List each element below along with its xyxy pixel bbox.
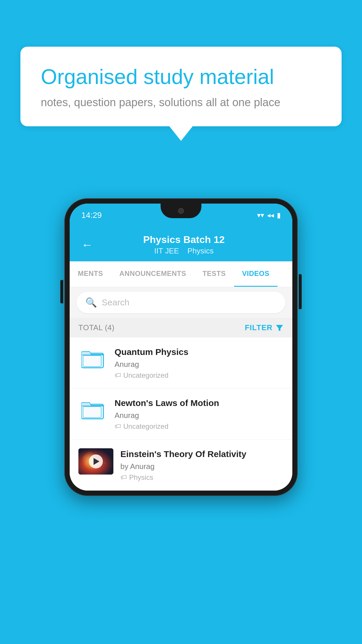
search-icon: 🔍	[85, 297, 97, 308]
video-author: Anurag	[115, 360, 284, 369]
tab-tests[interactable]: TESTS	[194, 261, 234, 287]
video-author: Anurag	[115, 411, 284, 420]
video-author: by Anurag	[120, 462, 284, 471]
filter-button[interactable]: FILTER	[245, 323, 284, 332]
header-title: Physics Batch 12	[102, 234, 266, 245]
tag-icon: 🏷	[120, 474, 127, 481]
notch	[161, 204, 201, 218]
subtitle-part2: Physics	[187, 246, 214, 255]
wifi-icon: ▾▾	[257, 211, 264, 219]
filter-bar: TOTAL (4) FILTER	[70, 318, 292, 337]
svg-rect-2	[83, 356, 101, 367]
video-tag: 🏷 Physics	[120, 473, 284, 482]
status-icons: ▾▾ ◂◂ ▮	[257, 211, 281, 219]
app-header: ← Physics Batch 12 IIT JEE Physics	[70, 227, 292, 261]
back-button[interactable]: ←	[81, 238, 93, 251]
play-button[interactable]	[89, 454, 103, 468]
speech-bubble-section: Organised study material notes, question…	[20, 47, 342, 141]
speech-bubble-arrow	[169, 126, 193, 141]
speech-bubble-subtitle: notes, question papers, solutions all at…	[41, 96, 321, 109]
video-info: Newton's Laws of Motion Anurag 🏷 Uncateg…	[115, 397, 284, 430]
video-info: Quantum Physics Anurag 🏷 Uncategorized	[115, 346, 284, 379]
video-title: Quantum Physics	[115, 346, 284, 358]
speech-bubble-card: Organised study material notes, question…	[20, 47, 342, 126]
video-title: Einstein's Theory Of Relativity	[120, 448, 284, 460]
tabs-bar: MENTS ANNOUNCEMENTS TESTS VIDEOS	[70, 261, 292, 287]
folder-svg-icon	[81, 349, 105, 370]
svg-rect-4	[83, 407, 101, 418]
filter-funnel-icon	[275, 324, 284, 332]
folder-icon	[78, 397, 108, 424]
tab-videos[interactable]: VIDEOS	[234, 261, 278, 287]
signal-icon: ◂◂	[267, 211, 274, 219]
list-item[interactable]: Einstein's Theory Of Relativity by Anura…	[70, 440, 292, 491]
video-tag: 🏷 Uncategorized	[115, 371, 284, 379]
header-title-group: Physics Batch 12 IIT JEE Physics	[102, 234, 266, 256]
tab-announcements[interactable]: ANNOUNCEMENTS	[111, 261, 194, 287]
video-tag: 🏷 Uncategorized	[115, 422, 284, 430]
folder-icon	[78, 346, 108, 372]
video-list: Quantum Physics Anurag 🏷 Uncategorized	[70, 337, 292, 491]
tag-text: Uncategorized	[123, 371, 168, 379]
list-item[interactable]: Quantum Physics Anurag 🏷 Uncategorized	[70, 337, 292, 388]
tag-text: Physics	[129, 473, 153, 482]
video-info: Einstein's Theory Of Relativity by Anura…	[120, 448, 284, 482]
tab-ments[interactable]: MENTS	[70, 261, 111, 287]
play-triangle-icon	[94, 458, 99, 465]
search-bar-wrapper: 🔍 Search	[70, 287, 292, 318]
svg-marker-0	[276, 325, 283, 331]
camera-dot	[178, 208, 184, 214]
tag-icon: 🏷	[115, 372, 121, 379]
status-time: 14:29	[81, 211, 102, 220]
list-item[interactable]: Newton's Laws of Motion Anurag 🏷 Uncateg…	[70, 388, 292, 440]
folder-svg-icon	[81, 400, 105, 421]
subtitle-part1: IIT JEE	[154, 246, 179, 255]
filter-label: FILTER	[245, 323, 273, 332]
video-thumbnail	[78, 448, 113, 475]
total-label: TOTAL (4)	[78, 323, 115, 332]
search-bar[interactable]: 🔍 Search	[77, 292, 285, 313]
search-placeholder: Search	[102, 298, 129, 307]
play-overlay	[78, 448, 113, 475]
phone-mockup: 14:29 ▾▾ ◂◂ ▮ ← Physics Batch 12 IIT JEE	[64, 198, 298, 496]
phone-screen: 14:29 ▾▾ ◂◂ ▮ ← Physics Batch 12 IIT JEE	[70, 204, 292, 491]
status-bar: 14:29 ▾▾ ◂◂ ▮	[70, 204, 292, 227]
tag-text: Uncategorized	[123, 422, 168, 430]
tag-icon: 🏷	[115, 423, 121, 430]
header-subtitle: IIT JEE Physics	[102, 246, 266, 256]
speech-bubble-title: Organised study material	[41, 64, 321, 89]
battery-icon: ▮	[277, 211, 281, 219]
phone-outer-shell: 14:29 ▾▾ ◂◂ ▮ ← Physics Batch 12 IIT JEE	[64, 198, 298, 496]
video-title: Newton's Laws of Motion	[115, 397, 284, 409]
